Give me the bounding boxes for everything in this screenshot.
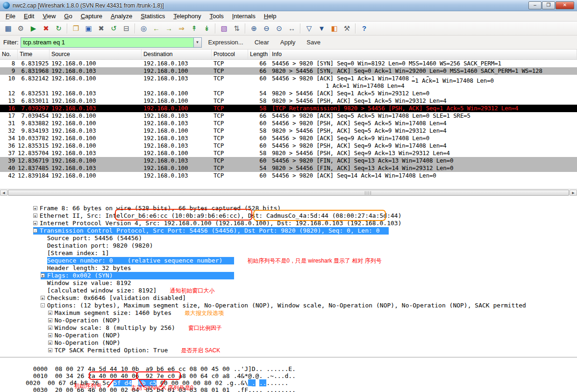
capture-options-icon[interactable]: ⚙ <box>15 23 27 34</box>
packet-detail-line[interactable]: +Frame 8: 66 bytes on wire (528 bits), 6… <box>0 198 577 205</box>
cell-destination: 192.168.0.103 <box>142 75 212 82</box>
auto-scroll-icon[interactable]: ⇅ <box>231 23 242 34</box>
hex-offset: 0030 <box>33 386 49 392</box>
zoom-normal-icon[interactable]: ⊙ <box>273 23 285 34</box>
filter-dropdown-button[interactable]: ▼ <box>193 37 202 48</box>
menu-item[interactable]: Help <box>260 12 281 21</box>
list-interfaces-icon[interactable]: ▦ <box>2 23 14 34</box>
expander-icon[interactable]: - <box>33 228 37 233</box>
zoom-in-icon[interactable]: ⊕ <box>248 23 260 34</box>
close-button[interactable]: ✕ <box>556 1 574 9</box>
find-packet-icon[interactable]: ◎ <box>138 23 150 34</box>
column-header-length[interactable]: Length <box>248 50 270 59</box>
expander-icon[interactable]: + <box>33 221 37 225</box>
menu-item[interactable]: Edit <box>20 12 38 21</box>
expander-icon[interactable]: + <box>48 311 52 315</box>
clear-button[interactable]: Clear <box>250 37 274 47</box>
expander-icon[interactable]: + <box>33 206 37 210</box>
expander-icon[interactable]: + <box>41 273 45 278</box>
start-capture-icon[interactable]: ▶ <box>28 23 39 34</box>
packet-row[interactable]: 39 12.836719 192.168.0.100 192.168.0.103… <box>0 157 577 164</box>
menu-item[interactable]: File <box>1 12 20 21</box>
menu-item[interactable]: Internals <box>228 12 260 21</box>
reload-file-icon[interactable]: ↺ <box>108 23 120 34</box>
expander-icon[interactable]: + <box>33 214 37 218</box>
resize-columns-icon[interactable]: ↔ <box>286 23 298 34</box>
horizontal-scrollbar-thumb[interactable] <box>8 190 569 196</box>
column-header-destination[interactable]: Destination <box>142 50 212 59</box>
coloring-rules-icon[interactable]: ◧ <box>328 23 340 34</box>
minimize-button[interactable]: – <box>528 1 541 9</box>
menu-item[interactable]: Analyze <box>107 12 136 21</box>
expander-icon[interactable]: + <box>41 296 45 300</box>
packet-row[interactable]: 16 7.039297 192.168.0.103 192.168.0.100 … <box>0 105 577 112</box>
packet-row[interactable]: 13 6.833011 192.168.0.103 192.168.0.100 … <box>0 97 577 105</box>
packet-row[interactable]: 37 12.835704 192.168.0.103 192.168.0.100… <box>0 150 577 157</box>
expression-button[interactable]: Expression... <box>204 37 248 47</box>
packet-row[interactable]: 34 10.033782 192.168.0.100 192.168.0.103… <box>0 135 577 142</box>
packet-row[interactable]: 9 6.831968 192.168.0.103 192.168.0.100 T… <box>0 67 577 75</box>
cell-destination: 192.168.0.103 <box>142 60 212 67</box>
column-header-no[interactable]: No. <box>0 50 18 59</box>
column-header-protocol[interactable]: Protocol <box>212 50 248 59</box>
go-forward-icon[interactable]: → <box>163 23 175 34</box>
packet-row[interactable]: 17 7.039454 192.168.0.100 192.168.0.103 … <box>0 112 577 120</box>
menu-item[interactable]: Tools <box>206 12 228 21</box>
menu-item[interactable]: Statistics <box>136 12 169 21</box>
go-back-icon[interactable]: ← <box>150 23 162 34</box>
capture-filters-icon[interactable]: ▽ <box>303 23 315 34</box>
column-header-time[interactable]: Time <box>18 50 50 59</box>
stop-capture-icon[interactable]: ✖ <box>40 23 52 34</box>
apply-button[interactable]: Apply <box>276 37 300 47</box>
cell-no: 16 <box>0 105 18 112</box>
save-file-icon[interactable]: ▣ <box>83 23 94 34</box>
print-icon[interactable]: ⊟ <box>121 23 132 34</box>
cell-length: 60 <box>248 135 270 142</box>
packet-row[interactable]: 8 6.831925 192.168.0.100 192.168.0.103 T… <box>0 60 577 67</box>
go-last-packet-icon[interactable]: ↡ <box>201 23 213 34</box>
preferences-icon[interactable]: ⚒ <box>341 23 353 34</box>
save-button[interactable]: Save <box>302 37 325 47</box>
menu-item[interactable]: Telephony <box>169 12 205 21</box>
cell-source: 192.168.0.103 <box>50 90 142 97</box>
packet-row[interactable]: 40 12.837485 192.168.0.103 192.168.0.100… <box>0 164 577 172</box>
menu-item[interactable]: Capture <box>77 12 107 21</box>
expander-icon[interactable]: + <box>48 333 52 337</box>
cell-info: 54456 > 9820 [ACK] Seq=9 Ack=9 Win=17408… <box>270 135 577 142</box>
hex-row[interactable]: 000008 00 27 4a 5d 44 10 0ba9 b6 e6 cc 0… <box>0 358 577 365</box>
cell-info: 9820 > 54456 [ACK] Seq=1 Ack=5 Win=29312… <box>270 90 577 97</box>
packet-row[interactable]: 31 9.833882 192.168.0.100 192.168.0.103 … <box>0 120 577 127</box>
colorize-icon[interactable]: ▧ <box>218 23 230 34</box>
expander-icon[interactable]: + <box>48 348 52 352</box>
scroll-left-button[interactable]: ◀ <box>0 190 7 196</box>
cell-info: 9820 > 54456 [PSH, ACK] Seq=9 Ack=13 Win… <box>270 150 577 157</box>
annotation-note: 是否开启 SACK <box>181 347 220 354</box>
packet-row[interactable]: 36 12.835315 192.168.0.100 192.168.0.103… <box>0 142 577 150</box>
cell-no: 8 <box>0 60 18 67</box>
menu-item[interactable]: Go <box>60 12 76 21</box>
display-filters-icon[interactable]: ▼ <box>316 23 328 34</box>
packet-row[interactable]: 32 9.834193 192.168.0.103 192.168.0.100 … <box>0 127 577 135</box>
expander-icon[interactable]: - <box>41 303 45 307</box>
expander-icon[interactable]: + <box>48 318 52 322</box>
expander-icon[interactable]: + <box>48 326 52 330</box>
cell-time: 9.834193 <box>18 127 50 135</box>
go-first-packet-icon[interactable]: ↟ <box>188 23 200 34</box>
menu-item[interactable]: View <box>38 12 60 21</box>
go-to-packet-icon[interactable]: ⇒ <box>176 23 187 34</box>
restore-button[interactable]: ❐ <box>542 1 555 9</box>
close-file-icon[interactable]: ✖ <box>95 23 107 34</box>
cell-info: [TCP Retransmission] 9820 > 54456 [PSH, … <box>270 105 577 112</box>
column-header-source[interactable]: Source <box>50 50 142 59</box>
restart-capture-icon[interactable]: ↻ <box>53 23 64 34</box>
filter-input[interactable] <box>21 37 193 48</box>
packet-row[interactable]: 12 6.832531 192.168.0.103 192.168.0.100 … <box>0 90 577 97</box>
expander-icon[interactable]: + <box>48 341 52 345</box>
help-icon[interactable]: ? <box>358 23 370 34</box>
zoom-out-icon[interactable]: ⊖ <box>261 23 272 34</box>
packet-row[interactable]: 42 12.839184 192.168.0.100 192.168.0.103… <box>0 172 577 179</box>
open-file-icon[interactable]: ❐ <box>70 23 82 34</box>
scroll-right-button[interactable]: ▶ <box>570 190 577 196</box>
cell-destination: 192.168.0.103 <box>142 120 212 127</box>
column-header-info[interactable]: Info <box>270 50 577 59</box>
